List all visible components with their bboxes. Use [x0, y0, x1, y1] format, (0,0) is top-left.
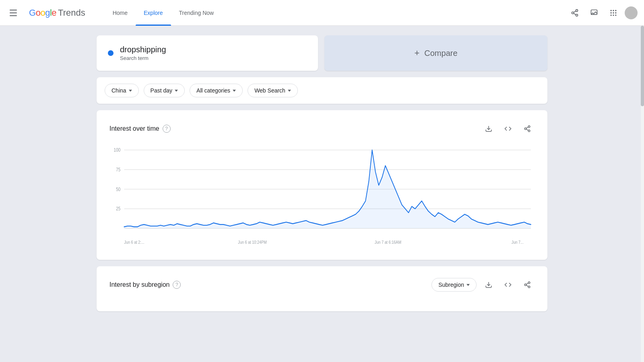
- chart-share-button[interactable]: [520, 121, 535, 136]
- svg-text:Jun 6 at 10:24PM: Jun 6 at 10:24PM: [238, 240, 266, 245]
- svg-point-14: [615, 14, 616, 16]
- svg-text:Jun 6 at 2:...: Jun 6 at 2:...: [124, 240, 144, 245]
- logo-trends-text: Trends: [58, 8, 85, 18]
- country-chevron-icon: [129, 90, 132, 92]
- filter-row: China Past day All categories Web Search: [97, 77, 547, 104]
- share-button[interactable]: [567, 5, 583, 21]
- period-filter[interactable]: Past day: [144, 84, 185, 97]
- apps-button[interactable]: [605, 5, 621, 21]
- nav-trending[interactable]: Trending Now: [171, 0, 222, 26]
- svg-point-17: [524, 128, 526, 130]
- svg-line-20: [526, 127, 528, 128]
- chart-help-icon[interactable]: ?: [163, 125, 171, 133]
- chart-actions: [481, 121, 535, 136]
- svg-point-18: [528, 130, 530, 132]
- term-info: dropshipping Search term: [120, 45, 166, 61]
- feedback-button[interactable]: [586, 5, 602, 21]
- country-filter[interactable]: China: [105, 84, 139, 97]
- subregion-embed-button[interactable]: [501, 278, 515, 292]
- period-chevron-icon: [175, 90, 178, 92]
- logo[interactable]: Google Trends: [29, 8, 85, 18]
- share-chart-icon: [524, 125, 531, 132]
- svg-point-12: [611, 14, 612, 16]
- menu-button[interactable]: [6, 5, 23, 21]
- svg-point-7: [613, 10, 614, 11]
- header-right: [567, 5, 638, 21]
- search-type-filter[interactable]: Web Search: [248, 84, 298, 97]
- svg-line-40: [526, 283, 528, 284]
- svg-text:Jun 7 at 6:16AM: Jun 7 at 6:16AM: [375, 240, 401, 245]
- svg-point-37: [524, 284, 526, 286]
- interest-by-subregion-card: Interest by subregion ? Subregion: [97, 266, 547, 311]
- logo-g-red2: e: [52, 8, 56, 18]
- subregion-chevron-icon: [466, 284, 470, 286]
- apps-icon: [609, 9, 617, 17]
- compare-label: Compare: [424, 49, 457, 58]
- svg-text:50: 50: [116, 187, 120, 192]
- logo-g-red: o: [36, 8, 41, 18]
- chart-container: 100 75 50 25 Jun 6 at 2:... Jun 6 at 10:…: [109, 146, 535, 250]
- subregion-share-icon: [524, 281, 531, 288]
- svg-point-16: [528, 126, 530, 128]
- term-name: dropshipping: [120, 45, 166, 54]
- subregion-card-header: Interest by subregion ? Subregion: [109, 278, 535, 292]
- search-type-chevron-icon: [288, 90, 291, 92]
- svg-line-19: [526, 129, 528, 130]
- term-type: Search term: [120, 55, 166, 61]
- svg-point-9: [611, 12, 612, 13]
- subregion-actions: Subregion: [431, 278, 535, 292]
- svg-line-4: [574, 11, 576, 12]
- subregion-share-button[interactable]: [520, 278, 535, 292]
- header: Google Trends Home Explore Trending Now: [0, 0, 644, 26]
- svg-point-10: [613, 12, 614, 13]
- chart-download-button[interactable]: [481, 121, 496, 136]
- logo-google: Google: [29, 8, 56, 18]
- subregion-title-row: Interest by subregion ?: [109, 281, 181, 289]
- category-chevron-icon: [233, 90, 236, 92]
- svg-text:25: 25: [116, 206, 120, 212]
- hamburger-icon: [10, 8, 19, 18]
- subregion-embed-icon: [504, 281, 512, 288]
- term-dot: [108, 50, 114, 56]
- scrollbar-thumb[interactable]: [641, 26, 644, 106]
- subregion-help-icon[interactable]: ?: [173, 281, 181, 289]
- svg-line-39: [526, 285, 528, 286]
- compare-plus: +: [414, 48, 419, 58]
- compare-card[interactable]: + Compare: [324, 35, 547, 71]
- svg-point-13: [613, 14, 614, 16]
- logo-g-blue2: g: [45, 8, 50, 18]
- search-type-label: Web Search: [254, 87, 285, 94]
- nav-home[interactable]: Home: [105, 0, 136, 26]
- search-term-card: dropshipping Search term: [97, 35, 318, 71]
- logo-g-yellow: o: [40, 8, 45, 18]
- chart-card-header: Interest over time ?: [109, 121, 535, 136]
- logo-g-blue: G: [29, 8, 36, 18]
- subregion-title: Interest by subregion: [109, 281, 169, 288]
- feedback-icon: [590, 9, 598, 17]
- category-filter[interactable]: All categories: [190, 84, 243, 97]
- country-label: China: [111, 87, 126, 94]
- svg-point-36: [528, 282, 530, 284]
- svg-point-0: [576, 9, 578, 11]
- scrollbar[interactable]: [641, 26, 644, 362]
- embed-icon: [504, 125, 512, 132]
- chart-svg: 100 75 50 25 Jun 6 at 2:... Jun 6 at 10:…: [109, 146, 535, 250]
- subregion-download-icon: [485, 281, 492, 288]
- svg-point-6: [611, 10, 612, 11]
- period-label: Past day: [151, 87, 172, 94]
- subregion-dropdown[interactable]: Subregion: [431, 278, 477, 292]
- category-label: All categories: [196, 87, 230, 94]
- chart-title: Interest over time: [109, 125, 159, 132]
- main-nav: Home Explore Trending Now: [105, 0, 222, 26]
- subregion-dropdown-label: Subregion: [438, 282, 464, 288]
- download-icon: [485, 125, 492, 132]
- interest-over-time-card: Interest over time ?: [97, 110, 547, 260]
- subregion-download-button[interactable]: [481, 278, 496, 292]
- nav-explore[interactable]: Explore: [136, 0, 171, 26]
- chart-title-row: Interest over time ?: [109, 125, 171, 133]
- svg-line-3: [574, 13, 576, 14]
- svg-text:Jun 7...: Jun 7...: [512, 240, 524, 245]
- header-left: Google Trends Home Explore Trending Now: [6, 0, 222, 26]
- avatar[interactable]: [625, 6, 638, 19]
- chart-embed-button[interactable]: [501, 121, 515, 136]
